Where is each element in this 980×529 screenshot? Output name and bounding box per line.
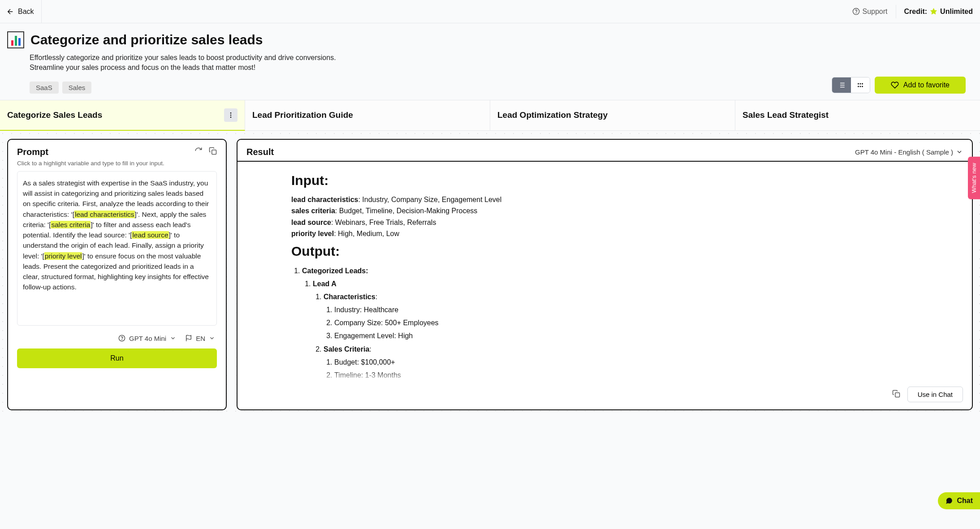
topbar: Back Support Credit: Unlimited xyxy=(0,0,980,23)
copy-icon xyxy=(892,390,900,398)
output-heading: Output: xyxy=(291,241,918,261)
tab-label: Sales Lead Strategist xyxy=(743,110,829,120)
tags: SaaS Sales xyxy=(30,82,91,94)
more-vertical-icon xyxy=(227,112,234,119)
whats-new-tab[interactable]: What's new xyxy=(968,157,980,199)
svg-point-1 xyxy=(856,13,856,13)
copy-result-button[interactable] xyxy=(892,390,900,400)
chevron-down-icon xyxy=(209,335,215,341)
content: Prompt Click to a highlight variable and… xyxy=(0,131,980,418)
categorized-leads-label: Categorized Leads: xyxy=(302,267,368,275)
input-sales-criteria: sales criteria: Budget, Timeline, Decisi… xyxy=(291,206,918,216)
page-title: Categorize and prioritize sales leads xyxy=(30,32,263,47)
list-icon xyxy=(838,81,846,89)
arrow-left-icon xyxy=(6,8,14,16)
fade-overlay xyxy=(246,370,963,383)
svg-point-13 xyxy=(859,86,861,87)
model-label: GPT 4o Mini xyxy=(129,335,166,342)
copy-button[interactable] xyxy=(209,147,217,157)
favorite-label: Add to favorite xyxy=(903,81,950,89)
input-lead-characteristics: lead characteristics: Industry, Company … xyxy=(291,194,918,205)
var-priority-level[interactable]: priority level xyxy=(44,252,82,260)
svg-marker-2 xyxy=(931,8,937,14)
refresh-button[interactable] xyxy=(194,147,203,157)
characteristics-label: Characteristics xyxy=(324,293,376,301)
header-bottom: SaaS Sales Add to favorite xyxy=(7,77,973,94)
crit-budget: Budget: $100,000+ xyxy=(334,357,918,367)
tab-label: Lead Prioritization Guide xyxy=(252,110,353,120)
tabs: Categorize Sales Leads Lead Prioritizati… xyxy=(0,100,980,131)
support-link[interactable]: Support xyxy=(844,0,896,23)
heart-icon xyxy=(891,81,899,89)
svg-point-15 xyxy=(230,112,232,114)
help-icon xyxy=(852,8,860,15)
svg-rect-18 xyxy=(212,150,216,155)
svg-point-10 xyxy=(859,83,861,84)
chevron-down-icon xyxy=(956,148,963,155)
result-model-selector[interactable]: GPT 4o Mini - English ( Sample ) xyxy=(855,148,963,156)
tab-categorize-sales-leads[interactable]: Categorize Sales Leads xyxy=(0,100,245,131)
run-button[interactable]: Run xyxy=(17,348,217,368)
tab-label: Lead Optimization Strategy xyxy=(497,110,608,120)
title-row: Categorize and prioritize sales leads xyxy=(7,31,973,48)
model-selector[interactable]: GPT 4o Mini xyxy=(118,335,176,342)
prompt-footer: GPT 4o Mini EN xyxy=(17,335,217,342)
support-label: Support xyxy=(863,8,888,16)
topbar-right: Support Credit: Unlimited xyxy=(844,0,973,23)
svg-point-11 xyxy=(862,83,863,84)
page-description: Effortlessly categorize and prioritize y… xyxy=(30,53,370,73)
tab-lead-prioritization-guide[interactable]: Lead Prioritization Guide xyxy=(245,100,490,130)
tab-label: Categorize Sales Leads xyxy=(7,110,102,120)
help-icon xyxy=(118,335,125,342)
input-lead-source: lead source: Webinars, Free Trials, Refe… xyxy=(291,217,918,228)
refresh-icon xyxy=(194,147,203,155)
tab-sales-lead-strategist[interactable]: Sales Lead Strategist xyxy=(735,100,980,130)
flag-icon xyxy=(185,335,192,342)
tag-sales[interactable]: Sales xyxy=(62,82,92,94)
chevron-down-icon xyxy=(170,335,176,341)
char-industry: Industry: Healthcare xyxy=(334,305,918,315)
var-sales-criteria[interactable]: sales criteria xyxy=(51,221,91,228)
prompt-textarea[interactable]: As a sales strategist with expertise in … xyxy=(17,171,217,326)
tag-saas[interactable]: SaaS xyxy=(30,82,59,94)
prompt-panel: Prompt Click to a highlight variable and… xyxy=(7,139,227,410)
svg-point-16 xyxy=(230,114,232,116)
back-button[interactable]: Back xyxy=(0,0,42,23)
input-priority-level: priority level: High, Medium, Low xyxy=(291,228,918,239)
view-toggle xyxy=(832,77,870,93)
var-lead-source[interactable]: lead source xyxy=(132,231,168,239)
language-selector[interactable]: EN xyxy=(185,335,215,342)
result-header: Result GPT 4o Mini - English ( Sample ) xyxy=(237,147,972,162)
result-model-label: GPT 4o Mini - English ( Sample ) xyxy=(855,148,953,156)
char-company-size: Company Size: 500+ Employees xyxy=(334,318,918,328)
credit-value: Unlimited xyxy=(940,8,973,16)
grid-icon xyxy=(856,81,864,89)
svg-point-20 xyxy=(122,340,122,340)
list-view-button[interactable] xyxy=(832,77,851,93)
back-label: Back xyxy=(18,8,34,16)
result-body: Input: lead characteristics: Industry, C… xyxy=(246,168,963,383)
result-title: Result xyxy=(246,147,274,157)
svg-point-12 xyxy=(858,86,859,87)
use-in-chat-button[interactable]: Use in Chat xyxy=(907,387,963,402)
credit-label: Credit: xyxy=(904,8,928,16)
prompt-hint: Click to a highlight variable and type t… xyxy=(17,160,217,167)
app-icon xyxy=(7,31,24,48)
prompt-header: Prompt xyxy=(17,147,217,157)
tab-menu-button[interactable] xyxy=(224,108,237,122)
add-to-favorite-button[interactable]: Add to favorite xyxy=(875,77,966,94)
prompt-actions xyxy=(194,147,217,157)
lead-a-label: Lead A xyxy=(313,280,337,288)
output-list: Categorized Leads: Lead A Characteristic… xyxy=(291,266,918,381)
var-lead-characteristics[interactable]: lead characteristics xyxy=(74,211,135,218)
svg-point-14 xyxy=(862,86,863,87)
star-icon xyxy=(930,8,937,15)
grid-view-button[interactable] xyxy=(851,77,870,93)
credit-display: Credit: Unlimited xyxy=(896,8,973,16)
tab-lead-optimization-strategy[interactable]: Lead Optimization Strategy xyxy=(490,100,735,130)
lang-label: EN xyxy=(196,335,205,342)
input-heading: Input: xyxy=(291,171,918,190)
result-footer: Use in Chat xyxy=(246,387,963,402)
char-engagement: Engagement Level: High xyxy=(334,331,918,341)
svg-point-9 xyxy=(858,83,859,84)
